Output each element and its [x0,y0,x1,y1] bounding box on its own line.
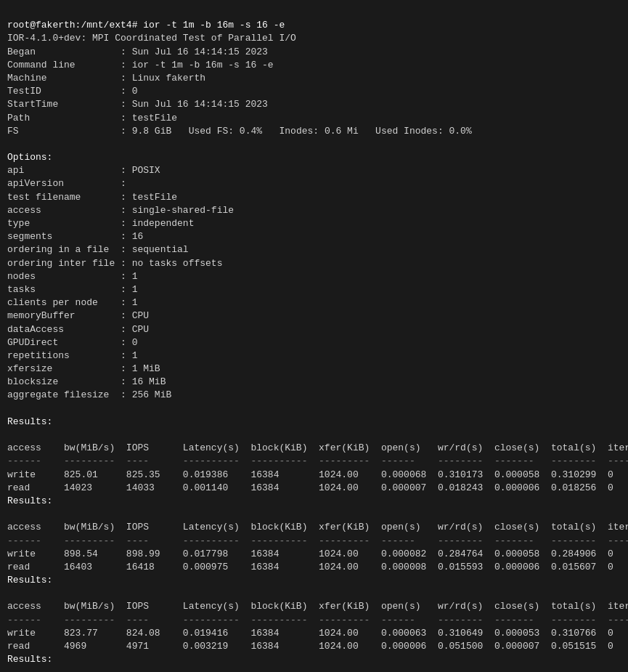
info-machine: Machine : Linux fakerth [7,73,205,84]
table-header-3: access bw(MiB/s) IOPS Latency(s) block(K… [7,601,628,612]
opt-ordering-file: ordering in a file : sequential [7,244,189,255]
opt-segments: segments : 16 [7,231,143,242]
opt-repetitions: repetitions : 1 [7,350,137,361]
results-label-1: Results: [7,495,52,506]
result-2-write: write 898.54 898.99 0.017798 16384 1024.… [7,548,613,559]
opt-blocksize: blocksize : 16 MiB [7,376,166,387]
table-sep-3: ------ --------- ---- ---------- -------… [7,615,628,626]
opt-dataaccess: dataAccess : CPU [7,324,149,335]
table-sep-1: ------ --------- ---- ---------- -------… [7,456,628,466]
results-label-3: Results: [7,654,52,665]
opt-tasks: tasks : 1 [7,284,137,295]
result-1-read: read 14023 14033 0.001140 16384 1024.00 … [7,482,613,493]
info-starttime: StartTime : Sun Jul 16 14:14:15 2023 [7,99,268,110]
terminal-output: root@fakerth:/mnt/ext4# ior -t 1m -b 16m… [7,6,621,672]
result-3-read: read 4969 4971 0.003219 16384 1024.00 0.… [7,641,613,652]
info-fs: FS : 9.8 GiB Used FS: 0.4% Inodes: 0.6 M… [7,126,472,137]
results-label-2: Results: [7,575,52,586]
table-header-1: access bw(MiB/s) IOPS Latency(s) block(K… [7,442,628,453]
opt-memorybuffer: memoryBuffer : CPU [7,310,149,321]
options-header: Options: [7,152,52,163]
result-3-write: write 823.77 824.08 0.019416 16384 1024.… [7,628,613,639]
results-header: Results: [7,416,52,427]
opt-aggfilesize: aggregate filesize : 256 MiB [7,389,171,400]
opt-apiversion: apiVersion : [7,178,132,189]
opt-gpudirect: GPUDirect : 0 [7,337,137,348]
ior-title: IOR-4.1.0+dev: MPI Coordinated Test of P… [7,33,296,44]
table-sep-2: ------ --------- ---- ---------- -------… [7,535,628,546]
info-path: Path : testFile [7,113,177,124]
opt-type: type : independent [7,218,194,229]
table-header-2: access bw(MiB/s) IOPS Latency(s) block(K… [7,522,628,533]
result-1-write: write 825.01 825.35 0.019386 16384 1024.… [7,469,613,480]
opt-testfilename: test filename : testFile [7,192,177,203]
command-line: root@fakerth:/mnt/ext4# ior -t 1m -b 16m… [7,20,285,31]
opt-clients: clients per node : 1 [7,297,137,308]
info-cmdline: Command line : ior -t 1m -b 16m -s 16 -e [7,60,274,70]
info-began: Began : Sun Jul 16 14:14:15 2023 [7,46,268,57]
prompt: root@fakerth:/mnt/ext4# [7,20,137,31]
opt-nodes: nodes : 1 [7,271,137,282]
result-2-read: read 16403 16418 0.000975 16384 1024.00 … [7,562,613,572]
opt-xfersize: xfersize : 1 MiB [7,363,160,374]
info-testid: TestID : 0 [7,86,137,97]
opt-ordering-inter: ordering inter file : no tasks offsets [7,258,222,269]
opt-access: access : single-shared-file [7,205,234,216]
opt-api: api : POSIX [7,165,160,176]
command: ior -t 1m -b 16m -s 16 -e [143,20,285,31]
